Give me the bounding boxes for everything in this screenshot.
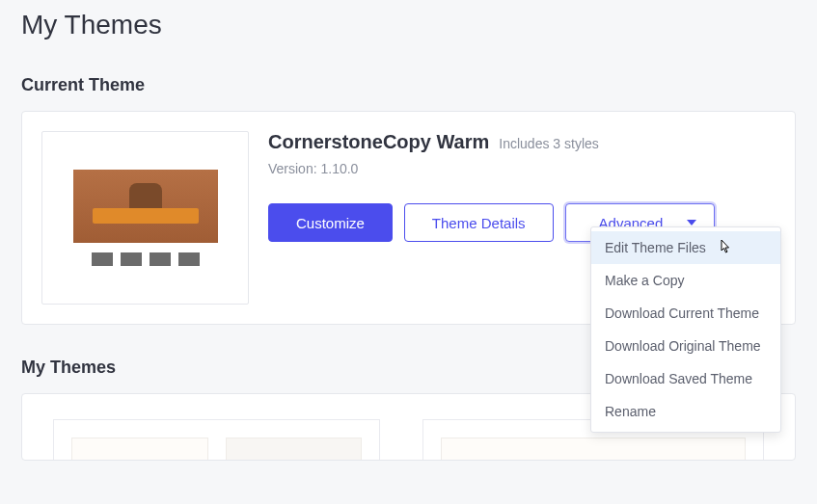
menu-rename[interactable]: Rename bbox=[591, 395, 780, 428]
customize-button[interactable]: Customize bbox=[268, 203, 393, 242]
menu-item-label: Edit Theme Files bbox=[605, 240, 706, 255]
menu-download-current[interactable]: Download Current Theme bbox=[591, 297, 780, 330]
thumbnail-hero-image bbox=[73, 170, 218, 243]
styles-count: Includes 3 styles bbox=[499, 136, 599, 151]
pointer-cursor-icon bbox=[717, 239, 732, 259]
menu-make-copy[interactable]: Make a Copy bbox=[591, 264, 780, 297]
advanced-dropdown: Edit Theme Files Make a Copy Download Cu… bbox=[590, 226, 781, 433]
menu-download-saved[interactable]: Download Saved Theme bbox=[591, 362, 780, 395]
theme-details-button[interactable]: Theme Details bbox=[404, 203, 554, 242]
theme-version: Version: 1.10.0 bbox=[268, 161, 776, 176]
menu-download-original[interactable]: Download Original Theme bbox=[591, 330, 780, 362]
page-title: My Themes bbox=[21, 10, 796, 40]
caret-down-icon bbox=[687, 220, 696, 225]
menu-edit-theme-files[interactable]: Edit Theme Files bbox=[591, 231, 780, 264]
theme-preview-image bbox=[441, 438, 746, 461]
theme-thumbnail[interactable] bbox=[41, 131, 249, 305]
theme-card[interactable] bbox=[53, 419, 380, 461]
current-theme-heading: Current Theme bbox=[21, 75, 796, 95]
theme-preview-image bbox=[226, 438, 363, 461]
thumbnail-product-row bbox=[92, 252, 200, 266]
current-theme-card: CornerstoneCopy Warm Includes 3 styles V… bbox=[21, 111, 796, 325]
theme-name: CornerstoneCopy Warm bbox=[268, 131, 489, 153]
theme-preview-image bbox=[71, 438, 208, 461]
